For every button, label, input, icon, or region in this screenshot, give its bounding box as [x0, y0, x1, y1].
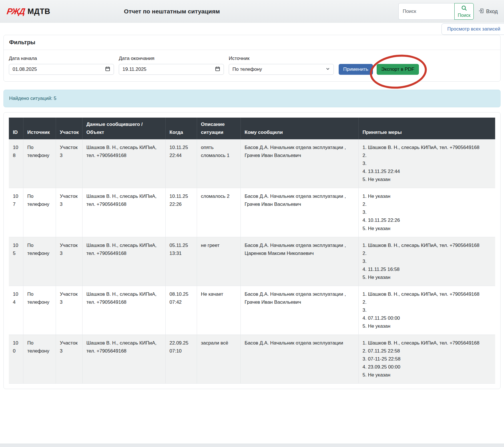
measure-line: 4. 07.11.25 00:00 — [363, 314, 491, 322]
cell-measures: 1. Шашков В. Н., слесарь КИПиА, тел. +79… — [358, 286, 495, 335]
measure-line: 5. Не указан — [363, 176, 491, 184]
measure-line: 2. — [363, 298, 491, 306]
measure-line: 2. 07.11.25 22:58 — [363, 347, 491, 355]
table-row: 104 По телефону Участок3 Шашков В. Н., с… — [9, 286, 495, 335]
column-header: Участок — [56, 118, 82, 139]
measure-line: 3. — [363, 208, 491, 216]
toolbar-row: Просмотр всех записей — [0, 23, 504, 34]
cell-notified: Басов Д.А. Начальник отдела эксплуатации… — [240, 237, 358, 286]
column-header: Описание ситуации — [197, 118, 240, 139]
search-button-label: Поиск — [458, 13, 470, 18]
start-date-field[interactable] — [9, 64, 114, 75]
cell-reporter: Шашков В. Н., слесарь КИПиА, тел. +79056… — [82, 286, 165, 335]
cell-when: 22.09.25 07:10 — [165, 335, 197, 384]
page-title: Отчет по нештатным ситуациям — [124, 8, 220, 15]
login-icon — [478, 8, 484, 15]
cell-id: 105 — [9, 237, 23, 286]
cell-when: 05.11.25 13:31 — [165, 237, 197, 286]
column-header: ID — [9, 118, 23, 139]
cell-description: сломалось 2 — [197, 188, 240, 237]
brand-name: МДТВ — [27, 7, 50, 16]
cell-section: Участок3 — [56, 188, 82, 237]
measure-line: 2. — [363, 152, 491, 160]
measure-line: 5. Не указан — [363, 322, 491, 330]
cell-when: 10.11.25 22:26 — [165, 188, 197, 237]
cell-source: По телефону — [23, 188, 56, 237]
view-all-records-button[interactable]: Просмотр всех записей — [441, 23, 504, 35]
search-button[interactable]: Поиск — [454, 3, 474, 20]
cell-description: Не качает — [197, 286, 240, 335]
cell-id: 100 — [9, 335, 23, 384]
search-input[interactable] — [398, 3, 454, 20]
cell-id: 108 — [9, 139, 23, 188]
table-row: 100 По телефону Участок3 Шашков В. Н., с… — [9, 335, 495, 384]
measure-line: 4. 13.11.25 22:44 — [363, 168, 491, 176]
chevron-down-icon — [326, 67, 330, 73]
cell-section: Участок3 — [56, 286, 82, 335]
end-date-group: Дата окончания — [119, 56, 224, 75]
cell-notified: Басов Д.А. Начальник отдела эксплуатации… — [240, 286, 358, 335]
end-date-label: Дата окончания — [119, 56, 224, 61]
measure-line: 5. Не указан — [363, 225, 491, 233]
login-link[interactable]: Вход — [478, 8, 498, 15]
footer-bar — [0, 444, 504, 447]
measure-line: 4. 23.09.25 00:00 — [363, 363, 491, 371]
measure-line: 1. Шашков В. Н., слесарь КИПиА, тел. +79… — [363, 290, 491, 298]
cell-description: опять сломалось 1 — [197, 139, 240, 188]
measure-line: 3. — [363, 257, 491, 265]
measure-line: 1. Шашков В. Н., слесарь КИПиА, тел. +79… — [363, 241, 491, 249]
column-header: Данные сообщившего / Объект — [82, 118, 165, 139]
measure-line: 2. — [363, 200, 491, 208]
source-group: Источник По телефону — [229, 56, 334, 75]
measure-line: 3. — [363, 306, 491, 314]
end-date-field[interactable] — [119, 64, 224, 75]
cell-measures: 1. Шашков В. Н., слесарь КИПиА, тел. +79… — [358, 139, 495, 188]
cell-id: 104 — [9, 286, 23, 335]
result-count-alert: Найдено ситуаций: 5 — [3, 90, 501, 107]
incident-table-body: 108 По телефону Участок3 Шашков В. Н., с… — [9, 139, 495, 384]
cell-source: По телефону — [23, 286, 56, 335]
cell-section: Участок3 — [56, 335, 82, 384]
cell-id: 107 — [9, 188, 23, 237]
cell-reporter: Шашков В. Н., слесарь КИПиА, тел. +79056… — [82, 188, 165, 237]
cell-notified: Басов Д.А. Начальник отдела эксплуатации… — [240, 139, 358, 188]
cell-section: Участок3 — [56, 139, 82, 188]
search-icon — [461, 5, 467, 12]
top-navbar: РЖД МДТВ Отчет по нештатным ситуациям По… — [0, 0, 504, 23]
brand: РЖД МДТВ — [7, 7, 50, 16]
column-header: Источник — [23, 118, 56, 139]
filters-title: Фильтры — [4, 35, 500, 50]
start-date-input[interactable] — [13, 67, 105, 72]
apply-button[interactable]: Применить — [339, 64, 373, 75]
cell-description: засрали всё — [197, 335, 240, 384]
navbar-right: Поиск Вход — [398, 3, 498, 20]
cell-source: По телефону — [23, 139, 56, 188]
table-row: 107 По телефону Участок3 Шашков В. Н., с… — [9, 188, 495, 237]
incidents-table: IDИсточникУчастокДанные сообщившего / Об… — [9, 118, 495, 384]
measure-line: 4. 11.11.25 16:58 — [363, 265, 491, 273]
column-header: Когда — [165, 118, 197, 139]
export-pdf-button[interactable]: Экспорт в PDF — [377, 64, 419, 75]
measure-line: 1. Шашков В. Н., слесарь КИПиА, тел. +79… — [363, 339, 491, 347]
source-selected-value: По телефону — [232, 67, 326, 72]
end-date-input[interactable] — [123, 67, 215, 72]
table-header: IDИсточникУчастокДанные сообщившего / Об… — [9, 118, 495, 139]
source-select[interactable]: По телефону — [229, 64, 334, 75]
table-row: 108 По телефону Участок3 Шашков В. Н., с… — [9, 139, 495, 188]
measure-line: 1. Не указан — [363, 192, 491, 200]
calendar-icon[interactable] — [215, 66, 220, 73]
measure-line: 5. Не указан — [363, 273, 491, 281]
start-date-label: Дата начала — [9, 56, 114, 61]
start-date-group: Дата начала — [9, 56, 114, 75]
column-header: Принятые меры — [358, 118, 495, 139]
cell-section: Участок3 — [56, 237, 82, 286]
cell-measures: 1. Шашков В. Н., слесарь КИПиА, тел. +79… — [358, 237, 495, 286]
table-row: 105 По телефону Участок3 Шашков В. Н., с… — [9, 237, 495, 286]
incidents-table-card: IDИсточникУчастокДанные сообщившего / Об… — [3, 112, 501, 389]
cell-reporter: Шашков В. Н., слесарь КИПиА, тел. +79056… — [82, 335, 165, 384]
cell-measures: 1. Не указан2.3.4. 10.11.25 22:265. Не у… — [358, 188, 495, 237]
login-label: Вход — [486, 9, 498, 15]
calendar-icon[interactable] — [105, 66, 110, 73]
cell-reporter: Шашков В. Н., слесарь КИПиА, тел. +79056… — [82, 237, 165, 286]
measure-line: 1. Шашков В. Н., слесарь КИПиА, тел. +79… — [363, 144, 491, 152]
